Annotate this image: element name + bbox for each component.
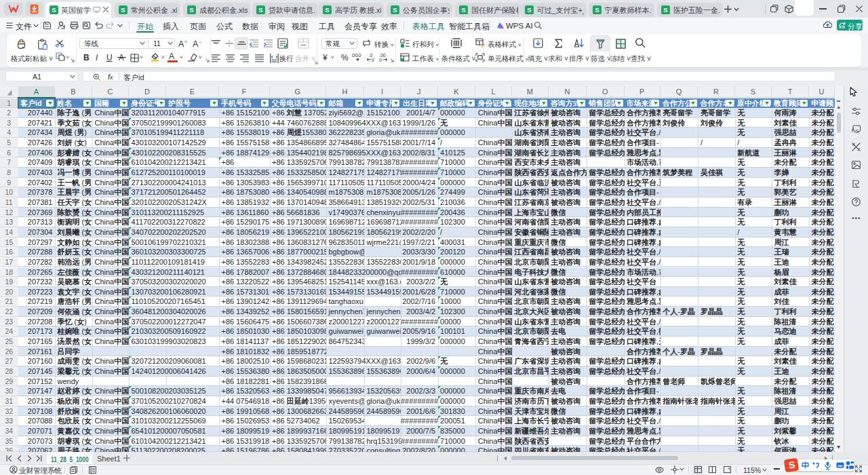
svg-text:S: S: [663, 6, 667, 14]
svg-text:.00: .00: [379, 53, 386, 58]
svg-text:S: S: [527, 6, 531, 14]
svg-text:S: S: [189, 6, 193, 14]
svg-text:S: S: [393, 6, 397, 14]
svg-text:S: S: [461, 6, 465, 14]
svg-text:S: S: [258, 6, 262, 14]
svg-text:S: S: [595, 6, 599, 14]
svg-text:0: 0: [379, 58, 382, 62]
svg-text:000: 000: [352, 52, 361, 58]
svg-text:S: S: [121, 6, 125, 14]
svg-text:S: S: [325, 6, 329, 14]
svg-text:0: 0: [372, 58, 374, 62]
svg-text:S: S: [52, 6, 56, 14]
svg-text:.0: .0: [369, 53, 373, 58]
